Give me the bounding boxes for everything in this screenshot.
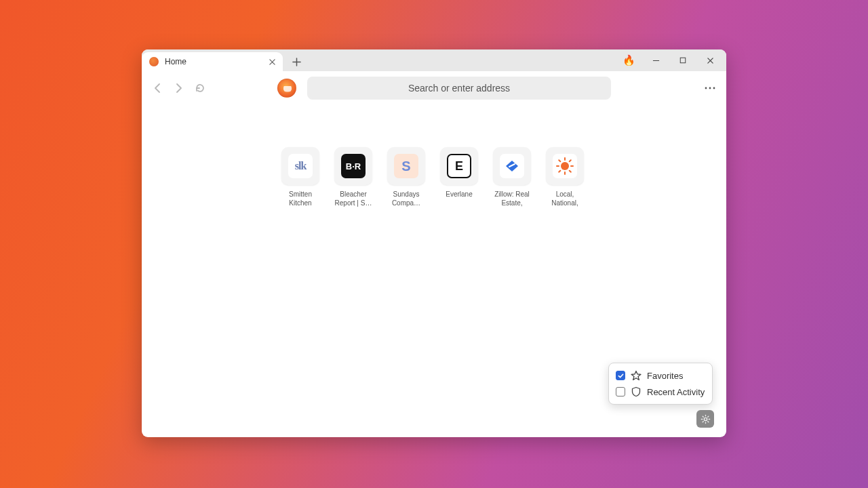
- customize-button[interactable]: [696, 410, 714, 428]
- navbar: Search or enter address: [142, 71, 726, 105]
- titlebar: Home 🔥: [142, 49, 726, 71]
- settings-icon: [701, 414, 711, 424]
- favorite-smitten-kitchen[interactable]: slk Smitten Kitchen: [281, 147, 319, 208]
- duckduckgo-logo-icon: [277, 79, 296, 98]
- forward-button[interactable]: [169, 79, 188, 98]
- site-icon: E: [447, 154, 471, 178]
- tab-title: Home: [165, 57, 267, 66]
- more-menu-button[interactable]: [701, 79, 719, 98]
- favorite-label: Bleacher Report | S…: [334, 190, 372, 208]
- favorite-accuweather[interactable]: Local, National, &…: [546, 147, 584, 208]
- fire-icon: 🔥: [623, 54, 635, 66]
- svg-line-12: [570, 160, 571, 161]
- browser-window: Home 🔥: [142, 49, 726, 437]
- checkbox-checked-icon: [616, 371, 625, 380]
- shield-icon: [631, 386, 642, 397]
- site-icon: B·R: [341, 154, 366, 178]
- favorite-sundays[interactable]: S Sundays Compa…: [387, 147, 425, 208]
- popup-label: Favorites: [647, 371, 683, 381]
- close-tab-button[interactable]: [267, 56, 277, 67]
- fire-button[interactable]: 🔥: [615, 49, 642, 71]
- favorite-label: Local, National, &…: [546, 190, 584, 208]
- svg-point-1: [705, 87, 707, 89]
- favorite-label: Zillow: Real Estate, Apa…: [493, 190, 531, 208]
- svg-point-2: [709, 87, 711, 89]
- favorite-bleacher-report[interactable]: B·R Bleacher Report | S…: [334, 147, 372, 208]
- svg-line-11: [559, 171, 560, 172]
- tab-home[interactable]: Home: [142, 52, 283, 71]
- favorite-zillow[interactable]: Zillow: Real Estate, Apa…: [493, 147, 531, 208]
- svg-rect-0: [680, 58, 686, 63]
- svg-point-13: [704, 418, 707, 420]
- favorite-label: Everlane: [440, 190, 478, 208]
- toggle-favorites[interactable]: Favorites: [616, 367, 705, 384]
- refresh-button[interactable]: [191, 79, 210, 98]
- new-tab-content: slk Smitten Kitchen B·R Bleacher Report …: [142, 105, 726, 437]
- toggle-recent-activity[interactable]: Recent Activity: [616, 384, 705, 400]
- popup-label: Recent Activity: [647, 387, 705, 397]
- star-icon: [631, 370, 642, 381]
- favorite-label: Sundays Compa…: [387, 190, 425, 208]
- favorites-grid: slk Smitten Kitchen B·R Bleacher Report …: [281, 147, 584, 208]
- maximize-button[interactable]: [669, 49, 696, 71]
- svg-point-4: [561, 162, 569, 170]
- svg-line-9: [559, 160, 560, 161]
- checkbox-unchecked-icon: [616, 387, 625, 396]
- address-bar-placeholder: Search or enter address: [408, 83, 510, 94]
- new-tab-button[interactable]: [287, 52, 306, 71]
- site-icon: S: [394, 154, 418, 178]
- address-bar[interactable]: Search or enter address: [307, 77, 611, 100]
- duckduckgo-favicon-icon: [149, 56, 159, 67]
- back-button[interactable]: [149, 79, 167, 98]
- favorite-everlane[interactable]: E Everlane: [440, 147, 478, 208]
- favorite-label: Smitten Kitchen: [281, 190, 319, 208]
- minimize-button[interactable]: [642, 49, 669, 71]
- svg-line-10: [570, 171, 571, 172]
- site-icon: [553, 154, 577, 178]
- svg-point-3: [713, 87, 715, 89]
- window-controls: 🔥: [615, 49, 726, 71]
- site-icon: [500, 154, 524, 178]
- site-icon: slk: [288, 154, 313, 178]
- customize-popup: Favorites Recent Activity: [608, 363, 713, 405]
- close-window-button[interactable]: [696, 49, 724, 71]
